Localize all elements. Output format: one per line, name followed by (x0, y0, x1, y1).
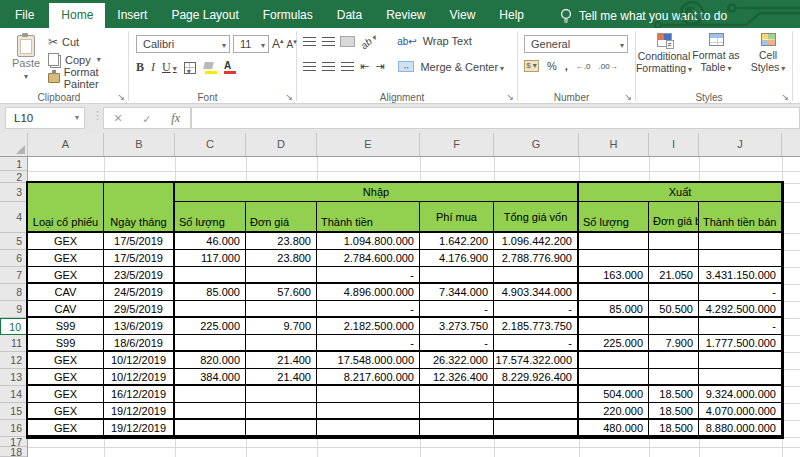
insert-function-icon[interactable]: fx (171, 111, 180, 126)
cell-G9[interactable]: - (494, 301, 579, 318)
cell-B10[interactable]: 13/6/2019 (104, 318, 175, 335)
fill-color-button[interactable] (203, 62, 215, 74)
decrease-indent-button[interactable]: ⇤ (360, 60, 369, 73)
cell-J16[interactable]: 8.880.000.000 (699, 420, 782, 437)
col-header-K-clipped[interactable] (782, 133, 800, 156)
cell-D5[interactable]: 23.800 (246, 233, 317, 250)
cell-I15[interactable]: 18.500 (649, 403, 699, 420)
cell-C5[interactable]: 46.000 (175, 233, 246, 250)
row-header-15[interactable]: 15 (0, 403, 27, 420)
cell-F15[interactable] (420, 403, 494, 420)
cell-F13[interactable]: 12.326.400 (420, 369, 494, 386)
cell-I8[interactable] (649, 284, 699, 301)
cell-D8[interactable]: 57.600 (246, 284, 317, 301)
cell-J7[interactable]: 3.431.150.000 (699, 267, 782, 284)
align-left-button[interactable] (303, 62, 316, 71)
cell-A9[interactable]: CAV (28, 301, 104, 318)
cell-H14[interactable]: 504.000 (579, 386, 649, 403)
name-box-dropdown-icon[interactable]: ▾ (75, 108, 79, 128)
cut-button[interactable]: Cut (48, 34, 128, 49)
cell-J9[interactable]: 4.292.500.000 (699, 301, 782, 318)
header-so-luong-ban[interactable]: Số lượng (579, 202, 649, 233)
cell-D9[interactable] (246, 301, 317, 318)
cell-E15[interactable] (317, 403, 420, 420)
italic-button[interactable]: I (151, 60, 155, 75)
row-header-16[interactable]: 16 (0, 420, 27, 437)
comma-style-button[interactable]: , (565, 60, 568, 72)
cancel-entry-icon[interactable] (114, 109, 122, 127)
cell-B8[interactable]: 24/5/2019 (104, 284, 175, 301)
paste-button[interactable]: Paste (8, 33, 44, 91)
cell-C7[interactable] (175, 267, 246, 284)
formula-input[interactable] (191, 107, 800, 129)
conditional-formatting-button[interactable]: Conditional Formatting (640, 33, 688, 76)
col-header-E[interactable]: E (317, 133, 420, 156)
header-loai-co-phieu[interactable]: Loại cổ phiếu (28, 183, 104, 233)
tab-view[interactable]: View (438, 3, 488, 28)
cell-A5[interactable]: GEX (28, 233, 104, 250)
cell-I12[interactable] (649, 352, 699, 369)
tab-formulas[interactable]: Formulas (251, 3, 325, 28)
tab-home[interactable]: Home (49, 3, 105, 28)
cell-A15[interactable]: GEX (28, 403, 104, 420)
cell-C10[interactable]: 225.000 (175, 318, 246, 335)
cell-C13[interactable]: 384.000 (175, 369, 246, 386)
header-ngay-thang[interactable]: Ngày tháng (104, 183, 175, 233)
cell-G15[interactable] (494, 403, 579, 420)
cell-A11[interactable]: S99 (28, 335, 104, 352)
tab-page-layout[interactable]: Page Layout (159, 3, 250, 28)
number-dialog-launcher[interactable]: ↘ (624, 93, 632, 102)
cell-A13[interactable]: GEX (28, 369, 104, 386)
row-header-5[interactable]: 5 (0, 233, 27, 250)
cell-I11[interactable]: 7.900 (649, 335, 699, 352)
row-header-4[interactable]: 4 (0, 202, 27, 233)
row-header-6[interactable]: 6 (0, 250, 27, 267)
cell-B7[interactable]: 23/5/2019 (104, 267, 175, 284)
col-header-H[interactable]: H (579, 133, 649, 156)
font-dialog-launcher[interactable]: ↘ (285, 93, 293, 102)
header-don-gia[interactable]: Đơn giá (246, 202, 317, 233)
percent-style-button[interactable]: % (547, 60, 557, 72)
cell-H13[interactable] (579, 369, 649, 386)
cell-E9[interactable]: - (317, 301, 420, 318)
number-format-combo[interactable]: General (524, 35, 628, 53)
cell-D11[interactable] (246, 335, 317, 352)
cell-J12[interactable] (699, 352, 782, 369)
col-header-F[interactable]: F (420, 133, 494, 156)
cell-I10[interactable] (649, 318, 699, 335)
cell-E10[interactable]: 2.182.500.000 (317, 318, 420, 335)
cell-C12[interactable]: 820.000 (175, 352, 246, 369)
cell-J13[interactable] (699, 369, 782, 386)
cell-C11[interactable] (175, 335, 246, 352)
bottom-align-button[interactable] (341, 37, 354, 46)
cell-B11[interactable]: 18/6/2019 (104, 335, 175, 352)
row-header-7[interactable]: 7 (0, 267, 27, 284)
shrink-font-button[interactable]: A▾ (287, 38, 297, 50)
row-header-14[interactable]: 14 (0, 386, 27, 403)
cell-J6[interactable] (699, 250, 782, 267)
accounting-format-button[interactable]: $ (524, 60, 539, 72)
cell-C6[interactable]: 117.000 (175, 250, 246, 267)
cell-J15[interactable]: 4.070.000.000 (699, 403, 782, 420)
styles-dialog-launcher[interactable]: ↘ (781, 93, 789, 102)
cell-I13[interactable] (649, 369, 699, 386)
cell-H5[interactable] (579, 233, 649, 250)
cell-H6[interactable] (579, 250, 649, 267)
cell-A7[interactable]: GEX (28, 267, 104, 284)
row-header-1[interactable]: 1 (0, 157, 27, 171)
col-header-G[interactable]: G (494, 133, 579, 156)
header-tong-gia-von[interactable]: Tổng giá vốn (494, 202, 579, 233)
cell-G8[interactable]: 4.903.344.000 (494, 284, 579, 301)
cell-B5[interactable]: 17/5/2019 (104, 233, 175, 250)
cell-F6[interactable]: 4.176.900 (420, 250, 494, 267)
cell-G14[interactable] (494, 386, 579, 403)
increase-indent-button[interactable]: ⇥ (375, 60, 384, 73)
cell-G11[interactable]: - (494, 335, 579, 352)
header-nhap[interactable]: Nhập (175, 183, 579, 202)
header-don-gia-ban[interactable]: Đơn giá bán (649, 202, 699, 233)
grow-font-button[interactable]: A▴ (272, 37, 284, 51)
cell-H12[interactable] (579, 352, 649, 369)
cell-H15[interactable]: 220.000 (579, 403, 649, 420)
tab-help[interactable]: Help (487, 3, 536, 28)
cell-F14[interactable] (420, 386, 494, 403)
